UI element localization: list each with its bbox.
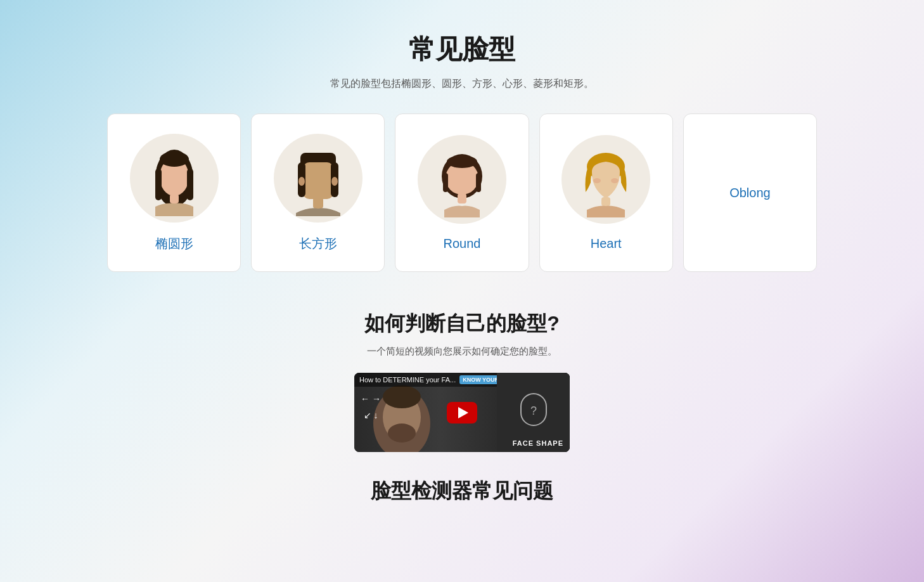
svg-rect-18 xyxy=(458,193,466,204)
svg-point-20 xyxy=(593,178,601,183)
page-title: 常见脸型 xyxy=(107,32,817,67)
page-subtitle: 常见的脸型包括椭圆形、圆形、方形、心形、菱形和矩形。 xyxy=(107,77,817,91)
svg-point-4 xyxy=(160,152,189,167)
play-triangle-icon xyxy=(458,407,468,418)
svg-point-11 xyxy=(331,177,338,186)
svg-point-25 xyxy=(388,424,416,443)
face-card-oval[interactable]: 椭圆形 xyxy=(107,113,241,272)
svg-text:?: ? xyxy=(530,404,536,417)
video-container[interactable]: ← → ↙ ↓ How to DETERMINE your FA... KNOW… xyxy=(354,373,570,452)
face-card-heart[interactable]: Heart xyxy=(539,113,673,272)
video-thumbnail: ← → ↙ ↓ How to DETERMINE your FA... KNOW… xyxy=(354,373,570,452)
face-card-oblong[interactable]: Oblong xyxy=(683,113,817,272)
faq-title: 脸型检测器常见问题 xyxy=(107,477,817,505)
know-your-badge: KNOW YOUR xyxy=(459,375,502,384)
face-shape-text: FACE SHAPE xyxy=(513,439,563,447)
svg-rect-3 xyxy=(187,169,193,200)
face-label-heart: Heart xyxy=(591,236,622,251)
svg-rect-7 xyxy=(303,162,333,199)
avatar-round xyxy=(418,135,506,224)
youtube-play-button[interactable] xyxy=(447,402,477,424)
svg-point-26 xyxy=(383,385,421,408)
svg-point-21 xyxy=(611,178,619,183)
face-label-oval: 椭圆形 xyxy=(155,235,193,252)
video-right-panel: ? FACE SHAPE xyxy=(497,373,570,452)
face-cards-container: 椭圆形 xyxy=(107,113,817,272)
how-subtitle: 一个简短的视频向您展示如何确定您的脸型。 xyxy=(107,346,817,358)
svg-rect-5 xyxy=(170,194,179,204)
face-label-oblong: Oblong xyxy=(729,186,771,200)
face-label-round: Round xyxy=(444,236,481,251)
avatar-rectangle xyxy=(274,134,363,223)
video-title-text: How to DETERMINE your FA... xyxy=(359,376,456,384)
svg-rect-16 xyxy=(443,173,448,192)
svg-rect-2 xyxy=(155,169,162,200)
svg-rect-12 xyxy=(313,197,323,209)
faq-section: 脸型检测器常见问题 xyxy=(107,477,817,505)
face-card-round[interactable]: Round xyxy=(395,113,529,272)
svg-point-10 xyxy=(298,177,305,186)
face-label-rectangle: 长方形 xyxy=(299,235,337,252)
how-section: 如何判断自己的脸型? 一个简短的视频向您展示如何确定您的脸型。 xyxy=(107,310,817,452)
svg-point-15 xyxy=(447,155,477,168)
face-silhouette-icon: ? xyxy=(518,391,549,435)
how-title: 如何判断自己的脸型? xyxy=(107,310,817,338)
arrows-overlay: ← → ↙ ↓ xyxy=(361,392,381,423)
page-container: 常见脸型 常见的脸型包括椭圆形、圆形、方形、心形、菱形和矩形。 xyxy=(82,13,842,518)
avatar-heart xyxy=(561,135,650,224)
svg-rect-22 xyxy=(601,197,610,206)
avatar-oval xyxy=(130,134,219,223)
svg-rect-17 xyxy=(476,173,481,192)
face-card-rectangle[interactable]: 长方形 xyxy=(251,113,385,272)
